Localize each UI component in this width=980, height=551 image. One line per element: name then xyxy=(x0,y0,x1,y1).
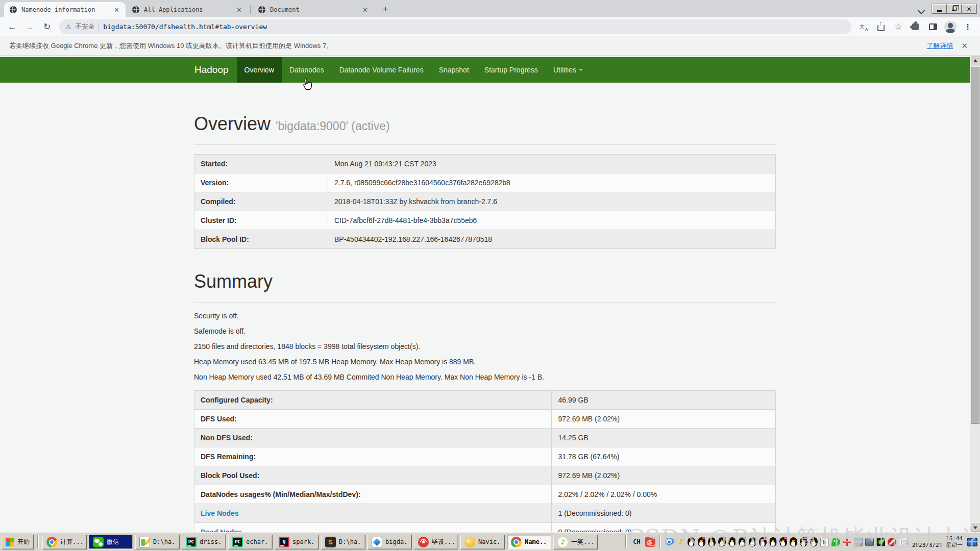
qq-penguin-icon[interactable] xyxy=(708,537,716,546)
task-pycharm-echar[interactable]: PCechar... xyxy=(228,535,273,549)
extensions-puzzle-icon[interactable] xyxy=(909,20,923,34)
table-row: Started:Mon Aug 21 09:43:21 CST 2023 xyxy=(194,154,776,173)
restore-button[interactable] xyxy=(947,4,962,14)
nav-overview[interactable]: Overview xyxy=(237,57,282,83)
nav-snapshot[interactable]: Snapshot xyxy=(431,57,477,83)
bookmark-star-icon[interactable]: ☆ xyxy=(891,20,905,34)
hadoop-navbar: Hadoop Overview Datanodes Datanode Volum… xyxy=(0,57,970,83)
navbar-brand[interactable]: Hadoop xyxy=(186,57,237,83)
tab-close-icon[interactable]: ✕ xyxy=(235,6,243,14)
globe-favicon-icon xyxy=(9,6,17,14)
task-sublime[interactable]: SD:\ha... xyxy=(321,535,365,549)
windows-taskbar: 开始 计算... 微信 D:\ha... PCdriss... PCechar.… xyxy=(0,532,980,551)
task-navicat[interactable]: Navic... xyxy=(460,535,505,549)
qq-penguin-icon[interactable] xyxy=(810,537,818,546)
qq-penguin-icon[interactable] xyxy=(688,537,695,546)
qq-penguin-icon[interactable] xyxy=(790,537,797,546)
pycharm-icon: PC xyxy=(232,537,243,547)
usb-eject-tray-icon[interactable] xyxy=(854,538,863,546)
qq-penguin-icon[interactable] xyxy=(718,537,726,546)
vmware-icon xyxy=(372,537,382,547)
blocked-tray-icon[interactable] xyxy=(888,538,896,546)
clipboard-tray-icon[interactable] xyxy=(820,538,829,546)
tab-namenode[interactable]: Namenode information ✕ xyxy=(4,2,126,17)
table-row: DFS Used:972.69 MB (2.02%) xyxy=(194,409,776,428)
tab-search-chevron-icon[interactable] xyxy=(918,7,924,13)
minimize-button[interactable] xyxy=(932,4,947,14)
summary-line: Non Heap Memory used 42.51 MB of 43.69 M… xyxy=(194,372,776,382)
summary-title: Summary xyxy=(194,272,776,292)
wechat-tray-icon[interactable] xyxy=(831,538,840,546)
qq-penguin-icon[interactable] xyxy=(749,537,756,546)
pycharm-icon: PC xyxy=(186,537,197,547)
qq-penguin-icon[interactable] xyxy=(769,537,777,546)
page-viewport: Hadoop Overview Datanodes Datanode Volum… xyxy=(0,56,970,532)
show-desktop-monitor-icon[interactable] xyxy=(967,538,977,546)
music-note-icon[interactable] xyxy=(676,538,685,546)
live-nodes-link[interactable]: Live Nodes xyxy=(201,509,239,517)
android-tray-icon[interactable] xyxy=(876,538,885,546)
side-panel-icon[interactable] xyxy=(926,20,940,34)
qq-penguin-icon[interactable] xyxy=(779,537,787,546)
browser-tab-strip: Namenode information ✕ All Applications … xyxy=(0,0,980,17)
qq-penguin-icon[interactable] xyxy=(728,537,736,546)
nav-utilities[interactable]: Utilities xyxy=(546,57,591,83)
task-chrome-jisuan[interactable]: 计算... xyxy=(42,535,87,549)
nav-datanode-volume-failures[interactable]: Datanode Volume Failures xyxy=(332,57,431,83)
share-icon[interactable] xyxy=(874,20,888,34)
summary-line: Heap Memory used 63.45 MB of 197.5 MB He… xyxy=(194,357,776,367)
tab-close-icon[interactable]: ✕ xyxy=(361,6,369,14)
network-tray-icon[interactable] xyxy=(899,538,908,546)
new-tab-button[interactable]: + xyxy=(378,2,393,16)
address-bar[interactable]: ⚠ 不安全 bigdata:50070/dfshealth.html#tab-o… xyxy=(59,19,851,34)
red-cross-tray-icon[interactable] xyxy=(843,538,851,546)
task-chrome-namenode[interactable]: Name... xyxy=(507,535,551,549)
tab-separator xyxy=(250,5,251,14)
scroll-up-arrow[interactable] xyxy=(970,56,980,65)
sogou-input-icon[interactable]: S xyxy=(645,537,655,547)
qq-penguin-icon[interactable] xyxy=(739,537,746,546)
table-row: Compiled:2018-04-18T01:33Z by kshvachk f… xyxy=(194,192,776,211)
close-button[interactable] xyxy=(962,4,976,14)
profile-avatar[interactable] xyxy=(943,20,958,34)
task-notepadpp[interactable]: D:\ha... xyxy=(135,535,180,549)
start-button[interactable]: 开始 xyxy=(2,535,34,549)
tab-all-applications[interactable]: All Applications ✕ xyxy=(127,2,248,17)
security-shield-icon[interactable] xyxy=(665,538,674,546)
url-text[interactable]: bigdata:50070/dfshealth.html#tab-overvie… xyxy=(103,23,267,31)
vertical-scrollbar[interactable] xyxy=(970,56,980,532)
menu-kebab-icon[interactable]: ⋮ xyxy=(961,20,975,34)
task-bishe[interactable]: 毕设... xyxy=(414,535,458,549)
task-vmware-bigdata[interactable]: bigda... xyxy=(368,535,412,549)
device-tray-icon[interactable] xyxy=(865,538,874,546)
intellij-idea-icon: IJ xyxy=(279,537,289,547)
globe-favicon-icon xyxy=(132,6,140,14)
qq-penguin-icon[interactable] xyxy=(800,537,807,546)
notice-close-icon[interactable]: ✕ xyxy=(958,41,971,51)
taskbar-clock[interactable]: 16:44 2023/8/21 星期一 xyxy=(910,535,965,548)
scrollbar-thumb[interactable] xyxy=(971,67,979,424)
task-qqmusic[interactable]: 一笑... xyxy=(553,535,598,549)
taskbar-divider xyxy=(625,535,627,548)
language-indicator[interactable]: CH xyxy=(631,538,642,545)
translate-icon[interactable] xyxy=(856,20,871,34)
wechat-icon xyxy=(93,537,104,547)
task-idea-spark[interactable]: IJspark... xyxy=(275,535,319,549)
qq-penguin-icon[interactable] xyxy=(698,537,705,546)
back-button[interactable]: ← xyxy=(5,20,19,34)
qq-penguin-icon[interactable] xyxy=(759,537,767,546)
nav-startup-progress[interactable]: Startup Progress xyxy=(477,57,546,83)
chrome-icon xyxy=(511,537,522,547)
summary-line: Security is off. xyxy=(194,311,776,321)
dead-nodes-link[interactable]: Dead Nodes xyxy=(201,528,242,532)
forward-button[interactable]: → xyxy=(22,20,37,34)
system-tray: CH S 16:44 xyxy=(624,535,978,548)
tab-document[interactable]: Document ✕ xyxy=(253,2,374,17)
learn-more-link[interactable]: 了解详情 xyxy=(926,41,953,51)
task-wechat[interactable]: 微信 xyxy=(89,535,133,549)
scroll-down-arrow[interactable] xyxy=(970,522,980,532)
reload-button[interactable]: ↻ xyxy=(40,20,54,34)
task-pycharm-driss[interactable]: PCdriss... xyxy=(182,535,226,549)
tab-close-icon[interactable]: ✕ xyxy=(113,6,120,14)
not-secure-warning-icon[interactable]: ⚠ xyxy=(65,23,71,31)
